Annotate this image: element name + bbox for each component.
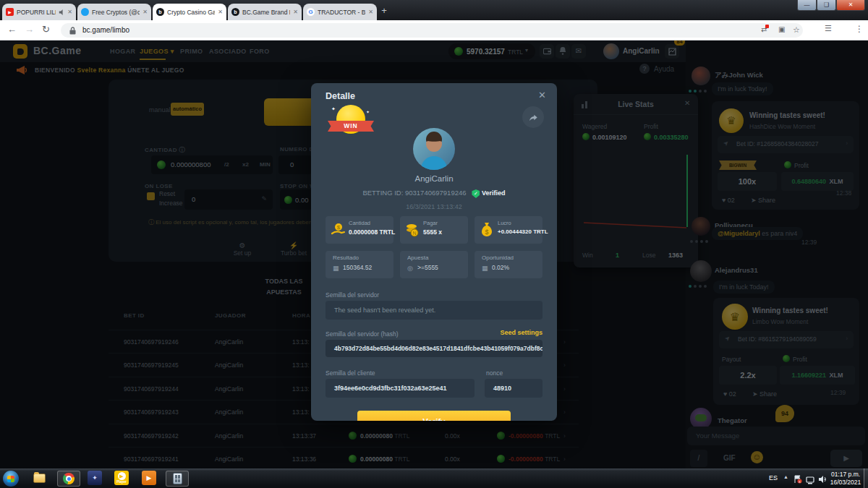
padlock-icon (69, 27, 76, 35)
client-seed-input[interactable]: 3f94ee6e0cd9d3fbc31f032a63e25e41 (326, 379, 475, 398)
tray-language[interactable]: ES (769, 474, 778, 481)
tab-close-icon[interactable]: ✕ (293, 9, 298, 15)
screen: ▶ POPURRI LILLY GOODMAN: ✕ Free Cryptos … (0, 0, 868, 488)
reader-extension-icon[interactable]: ⇄ (761, 25, 767, 33)
browser-tab-google[interactable]: G TRADUCTOR - Buscar con Googl ✕ (303, 4, 377, 20)
betting-id-value: 9031740697919246 (405, 189, 467, 197)
tab-title: Free Cryptos (@cryptosfaucets) / (92, 9, 140, 16)
nonce-input[interactable]: 48910 (485, 379, 542, 398)
verify-button[interactable]: Verify (357, 411, 511, 421)
url-bar[interactable]: bc.game/limbo ⇄ ▣ ☆ (61, 23, 803, 38)
server-seed-hash-label: Semilla del servidor (hash) (326, 330, 399, 338)
bcgame-favicon: b (231, 8, 239, 16)
back-icon[interactable]: ← (7, 24, 17, 35)
url-text: bc.game/limbo (82, 26, 129, 34)
stat-value: >=5555 (417, 264, 438, 271)
start-button[interactable] (3, 471, 19, 487)
stat-value: 150364.52 (343, 264, 372, 271)
tab-close-icon[interactable]: ✕ (142, 9, 148, 15)
server-seed-input[interactable]: The seed hasn't been revealed yet. (326, 301, 542, 320)
pip-icon[interactable]: ▣ (778, 25, 785, 33)
tab-close-icon[interactable]: ✕ (67, 9, 72, 15)
nonce-label: nonce (486, 369, 503, 377)
win-ribbon: WIN (328, 121, 374, 132)
coin-stack-icon: N (405, 223, 420, 237)
stat-label: Pagar (423, 220, 438, 226)
browser-tab-bcgame2[interactable]: b BC.Game Brand New Medal Even ✕ (228, 4, 302, 20)
show-desktop-button[interactable] (864, 468, 868, 488)
share-arrow-icon (528, 113, 538, 122)
browser-tab-bcgame-active[interactable]: b Crypto Casino Games - The 16 B ✕ (153, 4, 226, 20)
bookmark-star-icon[interactable]: ☆ (793, 25, 800, 35)
tab-title: Crypto Casino Games - The 16 B (167, 9, 215, 16)
stat-resultado: Resultado ▦ 150364.52 (326, 251, 393, 278)
clock-date: 16/03/2021 (829, 479, 862, 487)
svg-text:N: N (412, 231, 416, 236)
svg-text:$: $ (337, 224, 341, 231)
tray-action-center-icon[interactable]: x (793, 474, 802, 482)
bet-user-avatar[interactable] (413, 128, 455, 170)
betting-id-row: BETTING ID: 9031740697919246 ✓ Verified (311, 189, 557, 198)
taskbar: ✦ ▶ Player ▶ ES ▲ x 01:17 p.m. 16/03/202… (0, 468, 868, 488)
stat-label: Apuesta (407, 254, 428, 261)
tray-network-icon[interactable] (806, 474, 815, 482)
reload-icon[interactable]: ↻ (42, 24, 50, 35)
stat-pagar: N Pagar 5555 x (400, 216, 468, 244)
tab-close-icon[interactable]: ✕ (218, 9, 223, 15)
server-seed-label: Semilla del servidor (326, 291, 379, 299)
target-icon: ◎ (407, 265, 413, 272)
bcgame-page: BC.Game HOGAR JUEGOS ▾ PRIMO ASOCIADO FO… (0, 40, 868, 468)
taskbar-video-editor-icon[interactable]: ✦ (88, 471, 102, 485)
seed-settings-link[interactable]: Seed settings (500, 329, 542, 336)
close-button[interactable]: ✕ (836, 0, 865, 11)
maximize-button[interactable]: ❑ (817, 0, 836, 11)
bet-detail-modal: Detalle ✕ ✦ ✦ WIN AngiCarlin BETT (311, 83, 557, 421)
stat-value: +0.00444320 TRTL (498, 228, 548, 235)
taskbar-explorer-icon[interactable] (32, 471, 46, 485)
server-seed-hash-input[interactable]: 4b793d72d84be55bd4d06d82e83e4517d1841dfc… (326, 340, 542, 357)
stat-cantidad: $ Cantidad 0.0000008 TRTL (326, 216, 393, 244)
browser-toolbar: ← → ↻ bc.game/limbo ⇄ ▣ ☆ ☰ ⋮ (0, 20, 868, 40)
youtube-favicon: ▶ (6, 8, 14, 16)
twitter-favicon (81, 8, 89, 16)
taskbar-calculator-icon[interactable] (166, 471, 189, 487)
tray-clock[interactable]: 01:17 p.m. 16/03/2021 (829, 471, 862, 486)
stat-label: Lucro (498, 220, 511, 226)
taskbar-player-icon[interactable]: ▶ Player (114, 471, 129, 485)
kebab-menu-icon[interactable]: ⋮ (855, 24, 864, 34)
tab-title: TRADUCTOR - Buscar con Googl (318, 9, 365, 16)
bet-username: AngiCarlin (311, 174, 557, 183)
client-seed-label: Semilla del cliente (326, 369, 375, 377)
money-bag-icon: $ (480, 222, 494, 238)
bcgame-favicon: b (156, 8, 164, 16)
forward-icon[interactable]: → (25, 24, 34, 35)
modal-title: Detalle (326, 91, 355, 101)
chance-icon: ▦ (482, 265, 488, 272)
hand-coin-icon: $ (331, 223, 345, 237)
close-icon[interactable]: ✕ (538, 90, 546, 100)
dice-icon: ▦ (333, 265, 339, 272)
browser-tab-youtube[interactable]: ▶ POPURRI LILLY GOODMAN: ✕ (2, 4, 76, 20)
new-tab-button[interactable]: + (378, 6, 391, 17)
list-extension-icon[interactable]: ☰ (825, 24, 832, 33)
stat-value: 5555 x (423, 228, 442, 236)
tab-close-icon[interactable]: ✕ (368, 9, 373, 15)
stat-value: 0.02% (492, 264, 509, 271)
svg-text:$: $ (485, 228, 488, 236)
browser-tabstrip: ▶ POPURRI LILLY GOODMAN: ✕ Free Cryptos … (0, 0, 868, 20)
taskbar-play-icon[interactable]: ▶ (142, 471, 156, 485)
tab-audio-icon (59, 9, 64, 15)
bet-datetime: 16/3/2021 13:13:42 (311, 203, 557, 210)
share-button[interactable] (522, 106, 544, 128)
taskbar-chrome-icon[interactable] (57, 471, 80, 487)
stat-value: 0.0000008 TRTL (349, 228, 395, 236)
verified-shield-icon: ✓ (472, 189, 480, 198)
minimize-button[interactable]: — (797, 0, 817, 11)
stat-lucro: $ Lucro +0.00444320 TRTL (475, 216, 542, 244)
browser-tab-twitter[interactable]: Free Cryptos (@cryptosfaucets) / ✕ (77, 4, 151, 20)
tray-volume-icon[interactable] (818, 474, 827, 482)
window-controls: — ❑ ✕ (797, 0, 865, 11)
verified-label: Verified (482, 189, 506, 197)
stat-apuesta: Apuesta ◎ >=5555 (400, 251, 468, 278)
tray-show-hidden-icon[interactable]: ▲ (783, 474, 788, 479)
